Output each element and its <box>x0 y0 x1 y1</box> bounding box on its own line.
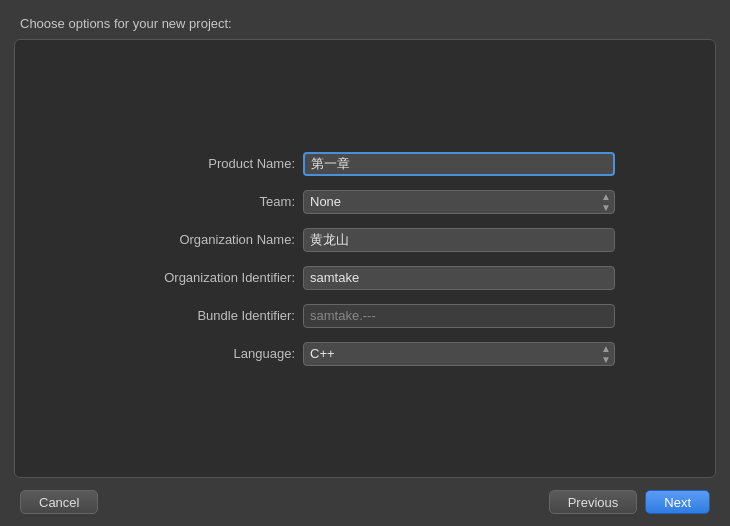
org-name-row: Organization Name: <box>115 228 615 252</box>
team-select-wrapper: None Add an Account... ▲ ▼ <box>303 190 615 214</box>
previous-button[interactable]: Previous <box>549 490 638 514</box>
bundle-id-input <box>303 304 615 328</box>
team-select[interactable]: None Add an Account... <box>303 190 615 214</box>
language-row: Language: C++ Objective-C Swift ▲ ▼ <box>115 342 615 366</box>
product-name-label: Product Name: <box>115 156 295 171</box>
product-name-row: Product Name: <box>115 152 615 176</box>
team-row: Team: None Add an Account... ▲ ▼ <box>115 190 615 214</box>
language-select[interactable]: C++ Objective-C Swift <box>303 342 615 366</box>
bundle-id-label: Bundle Identifier: <box>115 308 295 323</box>
org-name-input[interactable] <box>303 228 615 252</box>
next-button[interactable]: Next <box>645 490 710 514</box>
language-select-wrapper: C++ Objective-C Swift ▲ ▼ <box>303 342 615 366</box>
dialog-body: Product Name: Team: None Add an Account.… <box>14 39 716 478</box>
dialog-header: Choose options for your new project: <box>0 0 730 39</box>
org-name-label: Organization Name: <box>115 232 295 247</box>
org-id-label: Organization Identifier: <box>115 270 295 285</box>
language-label: Language: <box>115 346 295 361</box>
org-id-input[interactable] <box>303 266 615 290</box>
form-container: Product Name: Team: None Add an Account.… <box>115 152 615 366</box>
org-id-row: Organization Identifier: <box>115 266 615 290</box>
dialog: Choose options for your new project: Pro… <box>0 0 730 526</box>
team-label: Team: <box>115 194 295 209</box>
bundle-id-row: Bundle Identifier: <box>115 304 615 328</box>
product-name-input[interactable] <box>303 152 615 176</box>
cancel-button[interactable]: Cancel <box>20 490 98 514</box>
footer-left: Cancel <box>20 490 98 514</box>
dialog-footer: Cancel Previous Next <box>0 478 730 526</box>
footer-right: Previous Next <box>549 490 710 514</box>
dialog-title: Choose options for your new project: <box>20 16 232 31</box>
